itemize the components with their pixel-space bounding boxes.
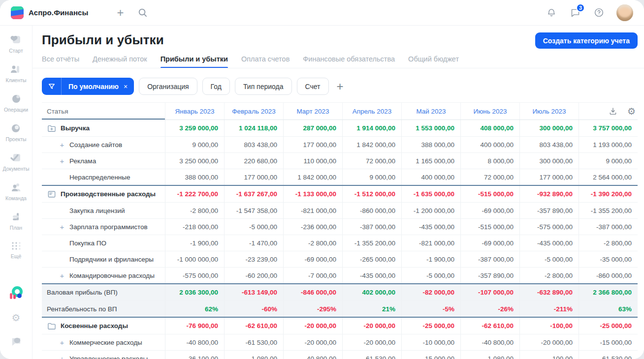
filter-preset-clear-icon[interactable]: ×: [123, 83, 134, 90]
value-cell: -357 890,00: [460, 268, 519, 283]
add-filter-button[interactable]: +: [337, 81, 344, 92]
sidebar-item-operations[interactable]: Операции: [4, 93, 28, 113]
aspro-footer-logo-icon[interactable]: [10, 286, 23, 299]
tab-obligations[interactable]: Финансовые обязательства: [303, 55, 395, 68]
value-cell: 9 000,00: [579, 153, 638, 169]
notifications-bell-icon[interactable]: [546, 7, 557, 19]
value-cell: -1 000 000,00: [165, 251, 224, 267]
table-row: Закупка лицензий-2 800,00-1 547 358,00-8…: [42, 202, 638, 218]
quick-add-button[interactable]: +: [117, 7, 124, 19]
sidebar-item-projects[interactable]: Проекты: [5, 123, 26, 142]
value-cell: 63%: [579, 301, 638, 317]
value-cell: -5%: [401, 301, 460, 317]
sidebar-item-plan[interactable]: План: [10, 211, 22, 231]
tab-cash-flow[interactable]: Денежный поток: [93, 55, 147, 68]
sidebar-item-start[interactable]: Старт: [9, 34, 23, 54]
aspro-logo-icon: [11, 6, 24, 19]
expand-plus-icon[interactable]: +: [55, 157, 69, 165]
sidebar-item-clients[interactable]: Клиенты: [5, 64, 26, 83]
sidebar-item-team[interactable]: Команда: [5, 182, 27, 201]
expand-plus-icon[interactable]: +: [55, 223, 69, 231]
value-cell: -1 900,00: [401, 251, 460, 267]
value-cell: -435 000,00: [519, 235, 579, 251]
value-cell: 62%: [165, 301, 224, 317]
search-icon[interactable]: [136, 7, 148, 19]
tab-all-reports[interactable]: Все отчёты: [42, 55, 79, 68]
projects-icon: [10, 123, 22, 134]
value-cell: 220 680,00: [224, 153, 283, 169]
value-cell: -20 000,00: [519, 334, 579, 350]
row-label: Создание сайтов: [69, 141, 122, 149]
filter-funnel-icon[interactable]: [42, 78, 62, 95]
value-cell: -2 800,00: [519, 268, 579, 283]
value-cell: -846 000,00: [283, 284, 342, 300]
support-chat-icon[interactable]: [11, 336, 22, 346]
value-cell: 803 438,00: [224, 137, 283, 152]
team-icon: [10, 182, 22, 193]
row-label: Подрядчики и фрилансеры: [69, 256, 154, 263]
user-avatar[interactable]: [616, 4, 633, 21]
table-row: Подрядчики и фрилансеры-1 000 000,00-23 …: [42, 251, 638, 267]
tab-profit-loss[interactable]: Прибыли и убытки: [161, 55, 228, 68]
sidebar-item-more[interactable]: Ещё: [11, 241, 22, 259]
more-grid-icon: [11, 241, 22, 251]
value-cell: -69 000,00: [460, 203, 519, 218]
value-cell: -40 800,00: [460, 334, 519, 350]
row-label-cell: Рентабельность по ВП: [42, 301, 165, 317]
section-row[interactable]: Производственные расходы-1 222 700,00-1 …: [42, 186, 638, 202]
tab-invoices[interactable]: Оплата счетов: [241, 55, 290, 68]
table-group-expense-3: Косвенные расходы-76 900,00-62 610,00-20…: [42, 318, 638, 359]
filter-bar: По умолчанию × Организация Год Тип перио…: [42, 78, 638, 95]
value-cell: -62 610,00: [224, 318, 283, 334]
value-cell: -1 355 200,00: [579, 203, 638, 218]
brand[interactable]: Аспро.Финансы: [11, 6, 88, 19]
value-cell: -613 149,00: [224, 284, 283, 300]
value-cell: 300 000,00: [519, 153, 579, 169]
value-cell: -26%: [460, 301, 519, 317]
row-label-cell: Закупка лицензий: [42, 203, 165, 218]
filter-chip-period-type[interactable]: Тип периода: [235, 78, 292, 95]
table-group-expense-1: Производственные расходы-1 222 700,00-1 …: [42, 186, 638, 284]
expand-plus-icon[interactable]: +: [55, 141, 69, 149]
export-download-icon[interactable]: [609, 107, 617, 116]
column-header-month: Июнь 2023: [460, 103, 519, 120]
value-cell: -218 000,00: [165, 219, 224, 235]
pnl-table: Статья Январь 2023 Февраль 2023 Март 202…: [42, 102, 638, 359]
row-label-cell: Подрядчики и фрилансеры: [42, 251, 165, 267]
tabs-divider: [32, 68, 644, 68]
value-cell: -100,00: [519, 351, 579, 359]
help-icon[interactable]: [593, 7, 605, 19]
expand-plus-icon[interactable]: +: [55, 355, 69, 359]
expand-plus-icon[interactable]: +: [55, 271, 69, 280]
messages-icon[interactable]: 3: [569, 7, 581, 19]
value-cell: 3 757 000,00: [579, 120, 638, 136]
section-row[interactable]: Косвенные расходы-76 900,00-62 610,00-20…: [42, 318, 638, 334]
filter-preset-chip[interactable]: По умолчанию ×: [42, 78, 134, 95]
value-cell: -211%: [519, 301, 579, 317]
value-cell: 1 842 000,00: [283, 169, 342, 185]
value-cell: -1 637 267,00: [224, 186, 283, 202]
value-cell: 177 000,00: [283, 137, 342, 152]
expand-plus-icon[interactable]: +: [55, 338, 69, 347]
table-settings-gear-icon[interactable]: ⚙: [627, 107, 636, 116]
table-row: +Реклама3 250 000,00220 680,00110 000,00…: [42, 152, 638, 169]
value-cell: -860 000,00: [579, 268, 638, 283]
settings-gear-icon[interactable]: ⚙: [12, 313, 21, 323]
sidebar-item-documents[interactable]: Документы: [2, 152, 29, 172]
brand-name: Аспро.Финансы: [29, 8, 88, 17]
column-header-month: Июль 2023: [519, 103, 579, 120]
row-label: Покупка ПО: [69, 239, 106, 247]
value-cell: -62 610,00: [460, 318, 519, 334]
value-cell: -1 512 000,00: [342, 186, 401, 202]
column-header-month: Апрель 2023: [342, 103, 401, 120]
filter-chip-account[interactable]: Счет: [297, 78, 329, 95]
value-cell: -60 200,00: [224, 268, 283, 283]
create-category-button[interactable]: Создать категорию учета: [535, 32, 638, 49]
value-cell: -7 000,00: [283, 268, 342, 283]
row-label: Коммерческие расходы: [69, 339, 142, 346]
section-row[interactable]: Выручка3 259 000,001 024 118,00287 000,0…: [42, 120, 638, 136]
tab-budget[interactable]: Общий бюджет: [408, 55, 459, 68]
filter-chip-organization[interactable]: Организация: [139, 78, 197, 95]
value-cell: -61 530,00: [342, 351, 401, 359]
filter-chip-year[interactable]: Год: [202, 78, 230, 95]
